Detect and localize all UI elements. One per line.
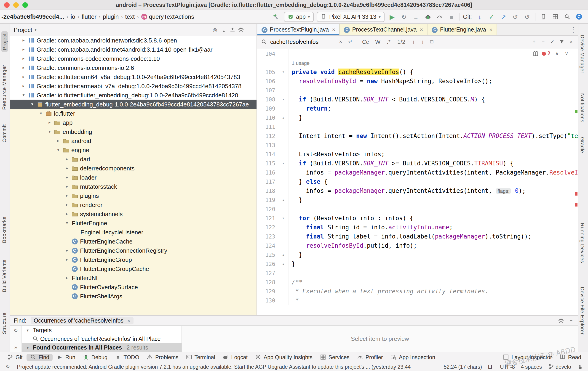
tree-item[interactable]: ▾engine (10, 145, 256, 155)
gradle-sync-button[interactable] (574, 12, 583, 21)
encoding-indicator[interactable]: UTF-8 (500, 364, 515, 369)
fold-icon[interactable]: ▾ (278, 159, 289, 168)
breadcrumb-item[interactable]: -2e4ba9c6fb499ccd4... (1, 13, 65, 20)
chevron-down-icon[interactable]: ▾ (55, 148, 62, 152)
device-select[interactable]: Pixel XL API 33 13 ▾ (317, 12, 384, 22)
tool-window-button-layout-inspector[interactable]: Layout Inspector (500, 353, 555, 361)
tool-window-button-profiler[interactable]: Profiler (354, 353, 386, 361)
fold-icon[interactable]: ▾ (278, 95, 289, 104)
build-hammer-button[interactable] (271, 12, 281, 21)
tool-stripe-button-resource-manager[interactable]: Resource Manager (1, 65, 7, 110)
line-ending-indicator[interactable]: LF (488, 364, 494, 369)
tree-item[interactable]: ▾embedding (10, 127, 256, 136)
tree-item[interactable]: ▸Gradle: com.taobao.android:tnet4android… (10, 45, 256, 54)
code-line[interactable]: 107 (257, 86, 578, 95)
tool-stripe-button-build-variants[interactable]: Build Variants (1, 259, 7, 292)
code-editor[interactable]: 1041 usage105▾private void cacheResolveI… (257, 48, 578, 315)
chevron-right-icon[interactable]: ▸ (63, 193, 70, 198)
select-opened-file-icon[interactable]: ◎ (212, 27, 218, 33)
tree-item[interactable]: ▸deferredcomponents (10, 164, 256, 173)
git-branch-widget[interactable]: develo (548, 363, 571, 370)
push-button[interactable]: ↗ (499, 12, 508, 21)
reader-mode-icon[interactable] (532, 50, 539, 57)
tool-window-button-todo[interactable]: ≡TODO (112, 353, 142, 361)
breadcrumb-item[interactable]: mqueryTextActions (141, 13, 195, 20)
device-mirror-button[interactable] (539, 12, 548, 21)
tree-item[interactable]: ▾FlutterEngine (10, 218, 256, 227)
chevron-down-icon[interactable]: ▾ (24, 345, 31, 350)
chevron-right-icon[interactable]: ▸ (63, 166, 70, 170)
code-line[interactable]: 118 infos = packageManager.queryIntentAc… (257, 186, 578, 196)
tool-stripe-button-device-manager[interactable]: Device Manager (580, 35, 585, 73)
code-line[interactable]: 120 (257, 205, 578, 214)
tree-item[interactable]: ▾flutter_embedding_debug-1.0.0-2e4ba9c6f… (10, 100, 256, 109)
tool-stripe-button-gradle[interactable]: Gradle (580, 137, 585, 153)
breadcrumb-item[interactable]: text (125, 13, 135, 20)
code-line[interactable]: 116 infos = packageManager.queryIntentAc… (257, 168, 578, 177)
find-target-item[interactable]: Occurrences of 'cacheResolveInfos' in Al… (22, 334, 181, 343)
stop-button[interactable]: ■ (447, 12, 456, 21)
collapse-all-icon[interactable] (229, 27, 235, 33)
chevron-right-icon[interactable]: ▸ (20, 47, 27, 52)
zoom-window-button[interactable] (22, 2, 28, 8)
fold-icon[interactable]: ▴ (278, 250, 289, 259)
chevron-right-icon[interactable]: ▸ (63, 157, 70, 161)
editor-tab[interactable]: CProcessTextChannel.java× (340, 24, 428, 35)
history-button[interactable]: ↺ (511, 12, 520, 21)
tool-stripe-button-notifications[interactable]: Notifications (580, 93, 585, 123)
tool-window-button-read[interactable]: Read (556, 353, 584, 361)
hide-find-panel-icon[interactable]: − (568, 317, 574, 324)
apply-code-changes-button[interactable]: ≡ (411, 12, 420, 21)
error-stripe[interactable] (575, 48, 578, 315)
find-panel-tab[interactable]: Occurrences of 'cacheResolveInfos' × (31, 317, 134, 324)
fold-icon[interactable]: ▴ (278, 113, 289, 123)
code-line[interactable]: 111 (257, 123, 578, 132)
search-toggle[interactable]: Cc (360, 38, 371, 45)
code-line[interactable]: 105▾private void cacheResolveInfos() { (257, 68, 578, 77)
tree-item[interactable]: ▸CFlutterEngineGroup (10, 255, 256, 264)
code-line[interactable]: 124 resolveInfosById.put(id, info); (257, 241, 578, 250)
chevron-down-icon[interactable]: ▾ (24, 328, 31, 332)
chevron-right-icon[interactable]: ▸ (20, 84, 27, 88)
close-window-button[interactable] (4, 2, 10, 8)
tool-window-button-git[interactable]: Git (4, 353, 26, 361)
tool-window-button-logcat[interactable]: Logcat (219, 353, 251, 361)
tool-window-button-app-inspection[interactable]: App Inspection (387, 353, 439, 361)
tool-window-button-run[interactable]: ▶Run (53, 353, 78, 361)
tool-window-button-terminal[interactable]: Terminal (182, 353, 218, 361)
search-input[interactable]: cacheResolveInfos (270, 39, 334, 45)
chevron-down-icon[interactable]: ▾ (46, 129, 53, 134)
tree-item[interactable]: ▸FlutterJNI (10, 273, 256, 282)
code-line[interactable]: 129 * Executed when a text processing ac… (257, 287, 578, 296)
fold-icon[interactable]: ▴ (278, 196, 289, 205)
tree-item[interactable]: ▸renderer (10, 200, 256, 209)
code-line[interactable]: 112 Intent intent = new Intent().setActi… (257, 132, 578, 141)
tree-item[interactable]: ▸Gradle: io.flutter:armeabi_v7a_debug:1.… (10, 81, 256, 91)
debug-button[interactable] (423, 12, 432, 21)
select-all-occurrences-icon[interactable]: ✓ (549, 39, 556, 45)
tree-item[interactable]: EngineLifecycleListener (10, 227, 256, 237)
layout-inspector-button[interactable] (550, 12, 560, 21)
chevron-down-icon[interactable]: ▾ (63, 221, 70, 225)
tool-window-button-problems[interactable]: Problems (143, 353, 181, 361)
tool-stripe-button-commit[interactable]: Commit (1, 124, 7, 142)
tree-item[interactable]: CFlutterEngineGroupCache (10, 264, 256, 273)
find-group-results[interactable]: ▾ Found Occurrences in All Places 2 resu… (22, 343, 181, 352)
code-line[interactable]: 127 (257, 269, 578, 278)
code-line[interactable]: 125▴ } (257, 250, 578, 259)
close-tab-icon[interactable]: × (332, 26, 335, 33)
find-settings-icon[interactable] (558, 317, 564, 324)
chevron-down-icon[interactable]: ▾ (20, 93, 27, 97)
remove-occurrence-icon[interactable]: − (540, 39, 546, 45)
tree-item[interactable]: ▸Gradle: com.taobao.android:networksdk:3… (10, 36, 256, 45)
chevron-right-icon[interactable]: ▸ (63, 175, 70, 180)
tool-window-button-debug[interactable]: Debug (79, 353, 111, 361)
tab-options-icon[interactable]: ⋮ (569, 25, 578, 34)
settings-icon[interactable] (238, 27, 244, 33)
chevron-right-icon[interactable]: ▸ (63, 202, 70, 207)
fold-icon[interactable]: ▾ (278, 68, 289, 77)
clear-search-icon[interactable]: × (337, 39, 344, 45)
add-occurrence-icon[interactable]: + (531, 39, 537, 45)
error-count-badge[interactable]: 2 (542, 50, 550, 57)
code-line[interactable]: 128/** (257, 278, 578, 287)
